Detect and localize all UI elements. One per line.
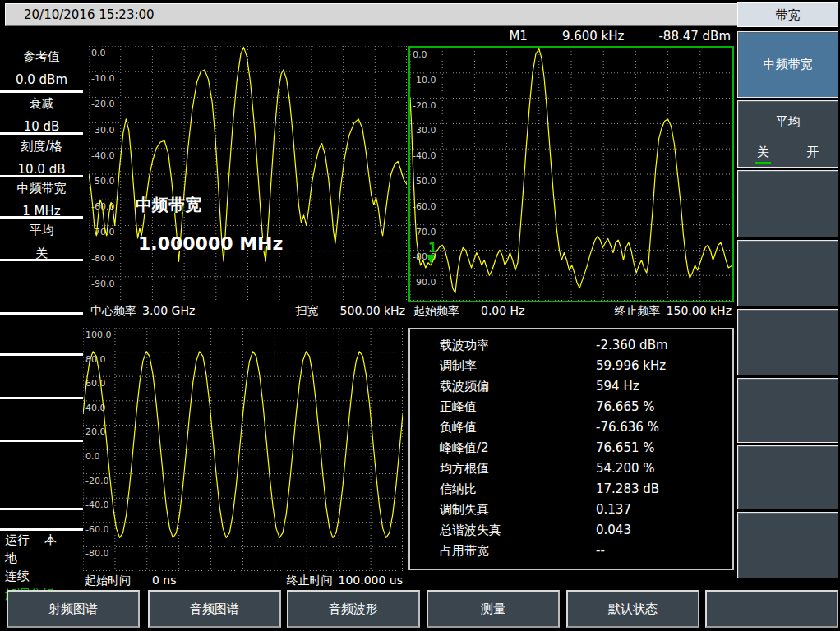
measurement-value: 54.200 % xyxy=(596,458,655,479)
svg-text:0.0: 0.0 xyxy=(413,49,427,60)
param-if-bandwidth: 中频带宽 1 MHz xyxy=(0,178,83,221)
rf-plot-footer: 中心频率 3.00 GHz 扫宽 500.00 kHz xyxy=(90,304,405,320)
divider xyxy=(0,312,83,315)
menu-audio-spectrum-button[interactable]: 音频图谱 xyxy=(148,590,281,628)
svg-text:-40.0: -40.0 xyxy=(85,500,108,510)
divider xyxy=(0,353,83,356)
svg-text:-40.0: -40.0 xyxy=(91,150,114,161)
svg-text:0.0: 0.0 xyxy=(91,48,106,58)
svg-text:-20.0: -20.0 xyxy=(85,476,108,486)
svg-text:-10.0: -10.0 xyxy=(413,75,436,85)
table-row: 调制失真0.137 xyxy=(410,500,732,520)
start-freq-value: 0.00 Hz xyxy=(481,304,525,320)
softkey-empty-3 xyxy=(737,309,838,375)
table-row: 负峰值-76.636 % xyxy=(410,417,732,438)
svg-text:-50.0: -50.0 xyxy=(413,176,436,187)
span-value: 500.00 kHz xyxy=(340,304,405,320)
divider xyxy=(0,132,83,135)
svg-text:100.0: 100.0 xyxy=(85,329,112,340)
softkey-empty-2 xyxy=(737,240,838,306)
svg-text:-40.0: -40.0 xyxy=(413,150,436,161)
datetime-bar: 20/10/2016 15:23:00 xyxy=(5,3,751,26)
marker-frequency: 9.600 kHz xyxy=(562,29,625,45)
center-freq-value: 3.00 GHz xyxy=(142,304,195,320)
center-freq-label: 中心频率 xyxy=(90,304,136,320)
measurement-label: 信纳比 xyxy=(440,481,477,496)
param-value: 0.0 dBm xyxy=(16,70,67,90)
marker-name: M1 xyxy=(509,29,528,45)
table-row: 载波功率-2.360 dBm xyxy=(410,335,732,356)
measurement-value: 76.651 % xyxy=(596,438,655,458)
af-plot-footer: 起始频率 0.00 Hz 终止频率 150.00 kHz xyxy=(413,304,732,320)
param-attenuation: 衰减 10 dB xyxy=(0,94,83,136)
param-label: 中频带宽 xyxy=(17,178,67,198)
measurement-value: 594 Hz xyxy=(596,376,639,397)
svg-text:-60.0: -60.0 xyxy=(85,524,108,535)
marker-amplitude: -88.47 dBm xyxy=(658,29,731,45)
menu-audio-waveform-button[interactable]: 音频波形 xyxy=(287,590,420,628)
measurement-value: 76.665 % xyxy=(596,397,655,417)
start-time-value: 0 ns xyxy=(152,573,177,590)
measurement-value: -76.636 % xyxy=(596,417,659,438)
menu-measure-button[interactable]: 测量 xyxy=(427,590,560,628)
param-label: 刻度/格 xyxy=(21,136,62,156)
svg-text:20.0: 20.0 xyxy=(85,426,106,437)
measurement-label: 正峰值 xyxy=(440,399,477,414)
softkey-if-bandwidth-label: 中频带宽 xyxy=(764,57,813,72)
start-freq-label: 起始频率 xyxy=(413,304,459,320)
svg-text:1: 1 xyxy=(428,241,436,256)
menu-button-label: 默认状态 xyxy=(608,601,658,617)
measurement-value: -2.360 dBm xyxy=(596,335,668,356)
stop-time-value: 100.000 us xyxy=(338,573,403,590)
svg-text:-20.0: -20.0 xyxy=(91,99,114,109)
table-row: 信纳比17.283 dB xyxy=(410,479,732,500)
svg-text:-90.0: -90.0 xyxy=(91,279,114,289)
rf-spectrum-trace: 0.0-10.0-20.0-30.0-40.0-50.0-60.0-70.0-8… xyxy=(89,46,407,302)
menu-default-state-button[interactable]: 默认状态 xyxy=(566,590,699,628)
measurement-label: 峰峰值/2 xyxy=(440,440,489,455)
param-label: 参考值 xyxy=(23,47,60,67)
waveform-plot-footer: 起始时间 0 ns 终止时间 100.000 us xyxy=(85,573,403,590)
menu-empty-button xyxy=(705,590,838,628)
softkey-if-bandwidth[interactable]: 中频带宽 xyxy=(737,31,838,98)
softkey-average-label: 平均 xyxy=(776,114,801,130)
svg-text:-30.0: -30.0 xyxy=(91,125,114,136)
status-run: 运行 xyxy=(5,532,30,547)
menu-button-label: 射频图谱 xyxy=(48,601,98,617)
measurement-label: 负峰值 xyxy=(440,420,477,435)
average-on-option[interactable]: 开 xyxy=(806,145,819,160)
datetime-text: 20/10/2016 15:23:00 xyxy=(24,7,155,22)
if-bandwidth-popup-value: 1.000000 MHz xyxy=(138,233,283,254)
table-row: 占用带宽-- xyxy=(410,541,732,561)
status-continuous: 连续 xyxy=(5,567,83,585)
if-bandwidth-popup-title: 中频带宽 xyxy=(136,194,201,216)
svg-text:-50.0: -50.0 xyxy=(91,176,114,187)
softkey-menu-title: 带宽 xyxy=(737,2,838,27)
table-row: 总谐波失真0.043 xyxy=(410,520,732,541)
stop-time-label: 终止时间 xyxy=(286,573,332,590)
start-time-label: 起始时间 xyxy=(85,573,131,590)
softkey-menu-title-text: 带宽 xyxy=(776,7,801,23)
measurement-value: 0.137 xyxy=(596,500,631,520)
softkey-empty-4 xyxy=(737,378,838,443)
measurement-label: 调制失真 xyxy=(440,502,489,517)
divider xyxy=(0,397,83,399)
table-row: 调制率59.996 kHz xyxy=(410,356,732,376)
softkey-empty-6 xyxy=(737,512,838,578)
softkey-empty-1 xyxy=(737,170,838,237)
measurement-label: 总谐波失真 xyxy=(440,523,501,537)
softkey-average[interactable]: 平均 关 开 xyxy=(737,100,838,168)
param-reference-level: 参考值 0.0 dBm xyxy=(0,47,83,90)
svg-text:-20.0: -20.0 xyxy=(413,100,436,111)
average-off-option[interactable]: 关 xyxy=(757,145,769,160)
divider xyxy=(0,90,83,93)
menu-button-label: 音频波形 xyxy=(329,601,378,617)
menu-rf-spectrum-button[interactable]: 射频图谱 xyxy=(7,590,140,628)
measurement-label: 占用带宽 xyxy=(440,543,489,558)
divider xyxy=(0,440,83,442)
svg-text:-10.0: -10.0 xyxy=(91,73,114,84)
softkey-empty-5 xyxy=(737,445,838,509)
af-spectrum-plot: 0.0-10.0-20.0-30.0-40.0-50.0-60.0-70.0-8… xyxy=(408,46,734,302)
measurement-label: 均方根值 xyxy=(440,461,489,476)
svg-text:60.0: 60.0 xyxy=(85,378,106,389)
